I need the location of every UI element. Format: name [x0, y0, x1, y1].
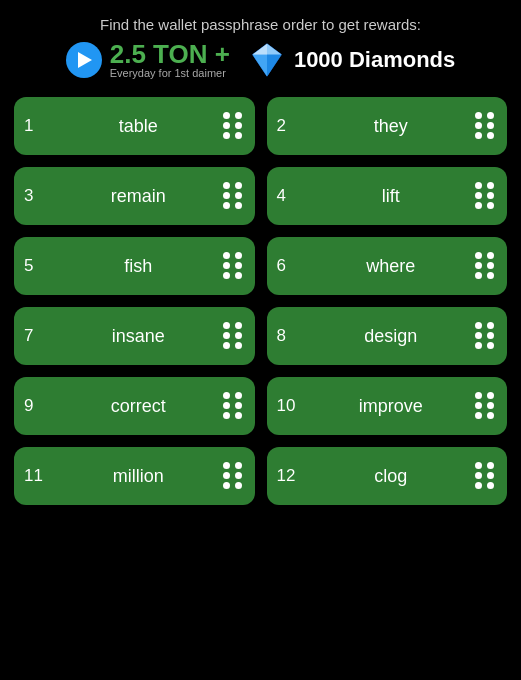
- word-number-3: 3: [24, 186, 46, 206]
- dice-icon-7: [223, 322, 245, 350]
- word-card-11[interactable]: 11million: [14, 447, 255, 505]
- dice-icon-3: [223, 182, 245, 210]
- word-number-7: 7: [24, 326, 46, 346]
- word-text-10: improve: [307, 396, 476, 417]
- word-text-3: remain: [54, 186, 223, 207]
- word-number-1: 1: [24, 116, 46, 136]
- word-card-12[interactable]: 12clog: [267, 447, 508, 505]
- ton-amount: 2.5 TON +: [110, 41, 230, 67]
- word-card-10[interactable]: 10improve: [267, 377, 508, 435]
- diamond-icon: [248, 41, 286, 79]
- word-number-2: 2: [277, 116, 299, 136]
- word-card-2[interactable]: 2they: [267, 97, 508, 155]
- word-number-8: 8: [277, 326, 299, 346]
- word-text-6: where: [307, 256, 476, 277]
- dice-icon-8: [475, 322, 497, 350]
- word-number-9: 9: [24, 396, 46, 416]
- word-number-12: 12: [277, 466, 299, 486]
- header-instruction: Find the wallet passphrase order to get …: [100, 16, 421, 33]
- word-text-5: fish: [54, 256, 223, 277]
- word-card-5[interactable]: 5fish: [14, 237, 255, 295]
- diamond-section: 1000 Diamonds: [248, 41, 455, 79]
- dice-icon-6: [475, 252, 497, 280]
- word-card-3[interactable]: 3remain: [14, 167, 255, 225]
- dice-icon-9: [223, 392, 245, 420]
- play-icon: [66, 42, 102, 78]
- word-number-11: 11: [24, 466, 46, 486]
- diamond-label: 1000 Diamonds: [294, 47, 455, 73]
- word-text-2: they: [307, 116, 476, 137]
- word-text-12: clog: [307, 466, 476, 487]
- word-card-4[interactable]: 4lift: [267, 167, 508, 225]
- word-text-4: lift: [307, 186, 476, 207]
- word-number-5: 5: [24, 256, 46, 276]
- word-text-9: correct: [54, 396, 223, 417]
- word-card-1[interactable]: 1table: [14, 97, 255, 155]
- word-text-11: million: [54, 466, 223, 487]
- word-text-1: table: [54, 116, 223, 137]
- ton-sub: Everyday for 1st daimer: [110, 67, 230, 79]
- word-card-8[interactable]: 8design: [267, 307, 508, 365]
- word-card-9[interactable]: 9correct: [14, 377, 255, 435]
- dice-icon-10: [475, 392, 497, 420]
- word-number-4: 4: [277, 186, 299, 206]
- word-text-8: design: [307, 326, 476, 347]
- word-number-6: 6: [277, 256, 299, 276]
- word-card-7[interactable]: 7insane: [14, 307, 255, 365]
- word-text-7: insane: [54, 326, 223, 347]
- dice-icon-5: [223, 252, 245, 280]
- dice-icon-12: [475, 462, 497, 490]
- dice-icon-1: [223, 112, 245, 140]
- dice-icon-4: [475, 182, 497, 210]
- reward-row: 2.5 TON + Everyday for 1st daimer 1000 D…: [14, 41, 507, 79]
- word-number-10: 10: [277, 396, 299, 416]
- dice-icon-11: [223, 462, 245, 490]
- word-card-6[interactable]: 6where: [267, 237, 508, 295]
- words-grid: 1table2they3remain4lift5fish6where7insan…: [14, 97, 507, 505]
- dice-icon-2: [475, 112, 497, 140]
- ton-section: 2.5 TON + Everyday for 1st daimer: [66, 41, 230, 79]
